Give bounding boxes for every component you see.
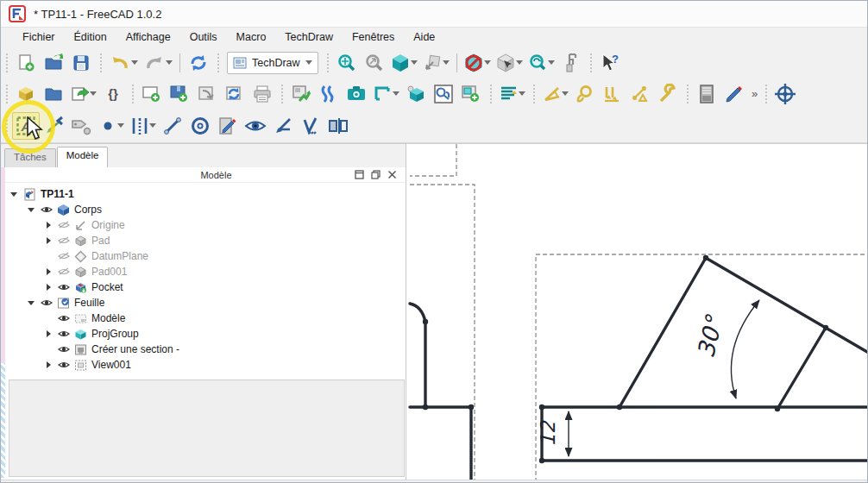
extension-angle-button[interactable] bbox=[539, 80, 564, 108]
stack-order-caret[interactable] bbox=[519, 91, 525, 96]
expressions-button[interactable]: {} bbox=[99, 80, 127, 108]
menu-affichage[interactable]: Affichage bbox=[116, 29, 180, 45]
print-button[interactable] bbox=[248, 80, 276, 108]
new-document-button[interactable] bbox=[12, 49, 40, 77]
tree-row-section[interactable]: Créer une section - bbox=[1, 342, 406, 357]
extension-tools-button[interactable] bbox=[654, 80, 682, 108]
toolbar-grip[interactable] bbox=[588, 53, 594, 72]
panel-close-button[interactable] bbox=[387, 170, 397, 180]
toolbar-grip[interactable] bbox=[130, 85, 136, 104]
tab-taches[interactable]: Tâches bbox=[4, 148, 56, 167]
toolbar-grip[interactable] bbox=[685, 85, 691, 104]
welding-symbol-button[interactable] bbox=[269, 112, 297, 140]
insert-projection-group-button[interactable] bbox=[430, 80, 457, 108]
make-link-caret[interactable] bbox=[90, 91, 97, 96]
refresh-button[interactable] bbox=[185, 49, 212, 77]
workbench-selector[interactable]: TechDraw bbox=[227, 52, 318, 74]
redo-dropdown-caret[interactable] bbox=[166, 60, 173, 65]
isometric-view-button[interactable] bbox=[388, 49, 413, 77]
undo-dropdown-caret[interactable] bbox=[131, 60, 138, 65]
redraw-page-button[interactable] bbox=[193, 80, 221, 108]
expand-arrow-icon[interactable] bbox=[42, 268, 54, 275]
menu-outils[interactable]: Outils bbox=[180, 29, 227, 45]
centerline-caret[interactable] bbox=[149, 123, 156, 128]
tree-row-projgroup[interactable]: ProjGroup bbox=[1, 326, 406, 342]
tree-row-pocket[interactable]: Pocket bbox=[1, 279, 406, 295]
make-link-button[interactable] bbox=[67, 80, 92, 108]
insert-active-view-button[interactable] bbox=[343, 80, 370, 108]
toolbar-grip[interactable] bbox=[531, 85, 538, 104]
view-fit-selection-button[interactable] bbox=[361, 49, 388, 77]
redo-button[interactable] bbox=[141, 49, 168, 77]
cosmetic-vertex-caret[interactable] bbox=[117, 123, 124, 128]
new-page-template-button[interactable] bbox=[166, 80, 193, 108]
toolbar-grip[interactable] bbox=[325, 53, 331, 72]
annotation-edit-button[interactable] bbox=[720, 80, 748, 108]
rich-text-annotation-button[interactable]: A bbox=[12, 112, 40, 140]
toolbar-grip[interactable] bbox=[4, 116, 10, 135]
create-part-button[interactable] bbox=[12, 80, 40, 108]
toolbar-grip[interactable] bbox=[764, 85, 770, 104]
menu-fenetres[interactable]: Fenêtres bbox=[343, 29, 404, 45]
tree-row-feuille[interactable]: Feuille bbox=[1, 295, 406, 310]
insert-clip-group-button[interactable] bbox=[457, 80, 485, 108]
expand-arrow-icon[interactable] bbox=[42, 222, 54, 229]
center-circle-button[interactable] bbox=[186, 112, 214, 140]
menu-fichier[interactable]: Fichier bbox=[13, 29, 65, 45]
balloon-button[interactable] bbox=[67, 112, 95, 140]
angle-dimension-label[interactable]: 30° bbox=[692, 312, 728, 361]
height-dimension-label[interactable]: 12 bbox=[537, 420, 559, 447]
expand-arrow-icon[interactable] bbox=[25, 301, 37, 305]
save-button[interactable] bbox=[67, 49, 95, 77]
selection-view-button[interactable] bbox=[494, 49, 519, 77]
template-fields-button[interactable] bbox=[693, 80, 720, 108]
toolbar-grip[interactable] bbox=[4, 53, 10, 72]
create-group-button[interactable] bbox=[40, 80, 67, 108]
insert-view-button[interactable] bbox=[402, 80, 430, 108]
panel-float-button[interactable] bbox=[370, 170, 381, 180]
update-views-button[interactable] bbox=[221, 80, 248, 108]
measure-button[interactable] bbox=[557, 49, 585, 77]
whats-this-button[interactable]: ? bbox=[596, 49, 624, 77]
expand-arrow-icon[interactable] bbox=[42, 361, 54, 368]
toolbar-grip[interactable] bbox=[4, 85, 10, 104]
expand-arrow-icon[interactable] bbox=[42, 237, 54, 244]
tab-modele[interactable]: Modèle bbox=[57, 147, 109, 167]
expand-arrow-icon[interactable] bbox=[8, 192, 20, 197]
zoom-tools-button[interactable] bbox=[525, 49, 550, 77]
tree-row-pad001[interactable]: Pad001 bbox=[1, 264, 406, 279]
extension-detail-button[interactable] bbox=[571, 80, 599, 108]
leader-line-button[interactable] bbox=[40, 112, 67, 140]
expand-arrow-icon[interactable] bbox=[42, 284, 54, 291]
extension-angle-caret[interactable] bbox=[562, 91, 569, 96]
draw-style-caret[interactable] bbox=[484, 60, 491, 65]
extension-positioning-button[interactable] bbox=[599, 80, 626, 108]
expand-arrow-icon[interactable] bbox=[42, 330, 54, 337]
surface-finish-button[interactable] bbox=[297, 112, 324, 140]
toolbar-grip[interactable] bbox=[488, 85, 494, 104]
line-decoration-button[interactable] bbox=[214, 112, 242, 140]
axonometric-view-caret[interactable] bbox=[443, 60, 450, 65]
tree-row-datumplane[interactable]: DatumPlane bbox=[1, 248, 406, 264]
cosmetic-line-button[interactable] bbox=[159, 112, 186, 140]
menu-techdraw[interactable]: TechDraw bbox=[275, 29, 343, 45]
menu-aide[interactable]: Aide bbox=[404, 29, 444, 45]
isometric-view-caret[interactable] bbox=[411, 60, 418, 65]
centerline-button[interactable] bbox=[127, 112, 152, 140]
toolbar-overflow-button[interactable]: » bbox=[752, 87, 757, 100]
insert-section-view-caret[interactable] bbox=[393, 91, 399, 96]
extension-dimension-button[interactable] bbox=[626, 80, 654, 108]
export-page-svg-button[interactable] bbox=[287, 80, 315, 108]
workbench-selector-caret[interactable] bbox=[305, 60, 312, 65]
zoom-tools-caret[interactable] bbox=[548, 60, 555, 65]
cosmetic-vertex-button[interactable] bbox=[95, 112, 120, 140]
axis-cross-button[interactable] bbox=[771, 80, 799, 108]
tree-row-pad[interactable]: Pad bbox=[1, 233, 406, 248]
techdraw-page-canvas[interactable]: 30° 12 bbox=[406, 144, 867, 480]
tree-row-view001[interactable]: View001 bbox=[1, 357, 406, 373]
hole-shaft-fit-button[interactable] bbox=[324, 112, 352, 140]
new-page-default-button[interactable] bbox=[138, 80, 166, 108]
export-page-dxf-button[interactable] bbox=[315, 80, 343, 108]
toolbar-grip[interactable] bbox=[216, 53, 222, 72]
selection-view-caret[interactable] bbox=[516, 60, 523, 65]
